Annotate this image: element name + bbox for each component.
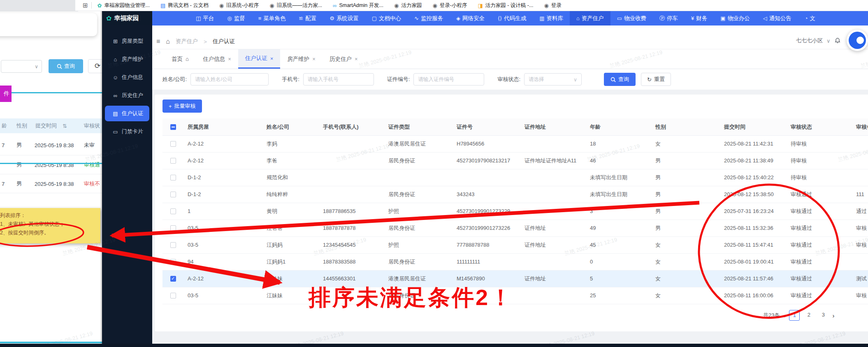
prev-page-icon[interactable]: ‹: [783, 312, 785, 319]
table-row[interactable]: D-1-2纯纯粹粹居民身份证343243未填写出生日期男2025-08-12 1…: [162, 186, 868, 203]
breadcrumb-home-icon[interactable]: ⌂: [166, 38, 170, 45]
bookmark-item[interactable]: ◉旧系统——活力家...: [269, 2, 322, 9]
row-checkbox[interactable]: [170, 158, 176, 164]
table-row[interactable]: A-2-12李妹妹14455663301港澳居民居住证M14567890证件地址…: [162, 271, 868, 287]
status-filter-select[interactable]: 请选择 ∨: [524, 73, 582, 86]
table-row[interactable]: 03-5江妹妹居民身份证25女2025-08-11 16:00:06审核通过审核: [162, 287, 868, 304]
bookmark-item[interactable]: ◉旧系统-小程序: [219, 2, 259, 9]
sidebar-item-住户信息[interactable]: ☺住户信息: [102, 68, 152, 86]
row-checkbox[interactable]: [170, 192, 176, 197]
nav-item-网络安全[interactable]: ◈网络安全: [450, 11, 491, 25]
nav-item-菜单角色[interactable]: ≡菜单角色: [252, 11, 292, 25]
nav-item-文[interactable]: ◔文: [798, 11, 822, 25]
bookmark-item[interactable]: ▤腾讯文档 - 云文档: [160, 2, 209, 9]
apps-grid-icon[interactable]: ⊞: [83, 2, 88, 9]
batch-review-button[interactable]: + 批量审核: [162, 99, 202, 113]
table-cell: 江妈妈: [262, 237, 319, 253]
nav-item-监督[interactable]: ◎监督: [220, 11, 251, 25]
table-row[interactable]: 94江妈妈118878383588居民身份证1111111110女2025-08…: [162, 254, 868, 271]
row-checkbox[interactable]: [170, 208, 176, 214]
nav-item-文档中心[interactable]: ▢文档中心: [365, 11, 408, 25]
tab-房产维护[interactable]: 房产维护×: [280, 49, 323, 69]
sidebar-item-历史住户[interactable]: ∞历史住户: [102, 86, 152, 104]
table-row[interactable]: A-2-12李爸居民身份证452730197908213217证件地址证件地址A…: [162, 153, 868, 169]
chevron-down-icon: ∨: [573, 76, 577, 83]
bookmark-item[interactable]: ◉登录-小程序: [432, 2, 467, 9]
table-row[interactable]: A-2-12李妈港澳居民居住证H7894565618女2025-08-21 11…: [162, 136, 868, 153]
table-cell: 46: [586, 153, 651, 169]
row-checkbox[interactable]: [170, 225, 176, 231]
nav-item-资产住户[interactable]: ⌂资产住户: [570, 11, 610, 25]
search-button[interactable]: 查询: [604, 73, 636, 86]
row-checkbox[interactable]: [170, 293, 176, 298]
bookmark-item[interactable]: ∞SmartAdmin 开发...: [333, 2, 383, 9]
page-button-1[interactable]: 1: [789, 310, 800, 321]
table-cell: [319, 169, 384, 186]
back-search-button[interactable]: 查询: [49, 59, 83, 73]
table-cell: 03-5: [183, 237, 262, 253]
table-cell: 未填写出生日期: [586, 186, 651, 203]
next-page-icon[interactable]: ›: [832, 312, 834, 319]
back-column-header: 性别: [16, 122, 27, 130]
chevron-down-icon[interactable]: ∨: [826, 38, 831, 44]
tab-close-icon[interactable]: ×: [312, 56, 316, 62]
tab-close-icon[interactable]: ×: [270, 56, 274, 62]
tab-close-icon[interactable]: ×: [355, 56, 358, 62]
tab-住户信息[interactable]: 住户信息×: [196, 49, 238, 69]
sidebar-item-门禁卡片[interactable]: ▭门禁卡片: [102, 123, 152, 141]
page-button-2[interactable]: 2: [803, 310, 814, 321]
nav-item-物业收费[interactable]: ▭物业收费: [610, 11, 653, 25]
nav-item-资料库[interactable]: ▥资料库: [533, 11, 570, 25]
back-select[interactable]: ∨: [1, 60, 42, 73]
nav-item-label: 通知公告: [769, 15, 791, 22]
tab-历史住户[interactable]: 历史住户×: [323, 49, 365, 69]
tab-首页[interactable]: 首页⌂: [165, 49, 196, 69]
back-table-cell: 男: [16, 180, 22, 187]
bookmark-item[interactable]: ◉登录: [544, 2, 561, 9]
select-all-checkbox[interactable]: [170, 124, 176, 130]
nav-item-配置[interactable]: ≌配置: [292, 11, 323, 25]
community-selector[interactable]: 七七七小区: [796, 37, 823, 44]
filter-input[interactable]: [190, 73, 269, 86]
bookmark-item[interactable]: ✿幸福家园物业管理...: [97, 2, 150, 9]
gear-icon: ⚙: [330, 15, 334, 21]
nav-item-监控服务[interactable]: ∿监控服务: [408, 11, 450, 25]
page-button-3[interactable]: 3: [818, 310, 829, 321]
sidebar-item-房产维护[interactable]: ⌂房产维护: [102, 50, 152, 68]
sidebar-item-住户认证[interactable]: ▤住户认证: [105, 106, 149, 121]
bookmark-item[interactable]: ◉活力家园: [394, 2, 422, 9]
reset-button[interactable]: ↻ 重置: [641, 73, 671, 86]
row-checkbox[interactable]: [170, 276, 176, 282]
nav-item-通知公告[interactable]: ◁通知公告: [757, 11, 798, 25]
table-row[interactable]: 03-5江爸爸18878787878居民身份证45273019990127322…: [162, 220, 868, 237]
row-checkbox[interactable]: [170, 175, 176, 180]
tab-住户认证[interactable]: 住户认证×: [238, 49, 281, 69]
sort-icon[interactable]: ⇅: [63, 123, 67, 129]
table-cell: [384, 169, 453, 186]
nav-item-平台[interactable]: ◫平台: [189, 11, 220, 25]
table-row[interactable]: 1黄明18877886535护照4527301999012732293男2025…: [162, 203, 868, 220]
table-row[interactable]: D-1-2规范化和未填写出生日期男2025-08-12 15:40:22待审核: [162, 169, 868, 186]
tab-close-icon[interactable]: ×: [228, 56, 231, 62]
bell-icon[interactable]: [834, 37, 841, 44]
floating-assistant-button[interactable]: [847, 30, 868, 51]
row-checkbox[interactable]: [170, 242, 176, 248]
nav-item-系统设置[interactable]: ⚙系统设置: [323, 11, 365, 25]
filter-input[interactable]: [303, 73, 374, 86]
nav-item-财务[interactable]: ¥财务: [685, 11, 714, 25]
filter-input[interactable]: [413, 73, 484, 86]
smile-icon: ☺: [112, 74, 118, 81]
sidebar-item-房屋类型[interactable]: ⊞房屋类型: [102, 32, 152, 50]
collapse-sidebar-icon[interactable]: ≡: [156, 38, 160, 45]
nav-item-代码生成[interactable]: ⟨⟩代码生成: [491, 11, 533, 25]
table-row[interactable]: 03-5江妈妈12345454545护照77788878788证件地址45女20…: [162, 237, 868, 254]
bookmark-item[interactable]: ◨活力家园 - 设计稿 -...: [478, 2, 533, 9]
filter-bar: 姓名/公司:手机号:证件编号: 审核状态: 请选择 ∨ 查询 ↻ 重置: [152, 69, 868, 90]
nav-item-label: 代码生成: [504, 15, 526, 22]
row-checkbox[interactable]: [170, 141, 176, 147]
nav-item-停车[interactable]: Ⓟ停车: [653, 11, 685, 25]
nav-item-物业办公[interactable]: ▣物业办公: [714, 11, 756, 25]
row-checkbox[interactable]: [170, 259, 176, 265]
breadcrumb-parent[interactable]: 资产住户: [176, 38, 198, 45]
table-cell: 12345454545: [319, 237, 384, 253]
